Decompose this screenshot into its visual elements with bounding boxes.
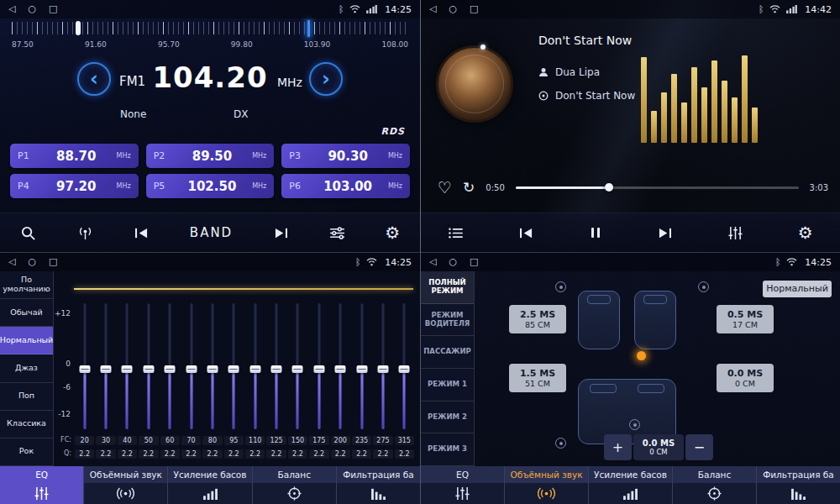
progress-bar[interactable] (516, 186, 799, 189)
eq-slider-thumb[interactable] (292, 365, 303, 373)
eq-band-slider[interactable] (394, 303, 415, 429)
mode-full[interactable]: ПОЛНЫЙ РЕЖИМ (421, 271, 474, 304)
eq-band-slider[interactable] (372, 303, 393, 429)
eq-slider-thumb[interactable] (335, 365, 346, 373)
eq-slider-thumb[interactable] (122, 365, 133, 373)
tab-bass-boost[interactable]: Усиление басов (168, 466, 252, 504)
home-icon[interactable]: ○ (449, 0, 457, 18)
tab-filter[interactable]: Фильтрация ба (337, 466, 420, 504)
band-button[interactable]: BAND (190, 225, 233, 240)
recents-icon[interactable]: □ (49, 253, 57, 271)
eq-band-slider[interactable] (95, 303, 116, 429)
eq-band-slider[interactable] (265, 303, 286, 429)
frequency-marker[interactable] (307, 20, 310, 37)
pause-button[interactable] (589, 226, 602, 239)
eq-slider-thumb[interactable] (228, 365, 239, 373)
preset-p3[interactable]: P390.30MHz (281, 144, 410, 168)
tab-eq[interactable]: EQ (0, 466, 84, 504)
back-icon[interactable]: ◁ (429, 0, 436, 18)
preset-p4[interactable]: P497.20MHz (10, 174, 139, 198)
eq-slider-thumb[interactable] (356, 365, 367, 373)
next-station-button[interactable] (273, 227, 289, 239)
broadcast-button[interactable] (76, 226, 94, 240)
back-icon[interactable]: ◁ (429, 253, 436, 271)
delay-decrease-button[interactable]: − (685, 434, 713, 460)
tune-options-button[interactable] (329, 227, 345, 239)
eq-slider-thumb[interactable] (143, 365, 154, 373)
tab-filter[interactable]: Фильтрация ба (757, 466, 840, 504)
tab-eq[interactable]: EQ (421, 466, 505, 504)
settings-button[interactable]: ⚙ (385, 224, 400, 241)
tab-balance[interactable]: Баланс (253, 466, 337, 504)
delay-increase-button[interactable]: + (604, 434, 632, 460)
delay-front-left[interactable]: 2.5 MS 85 CM (509, 305, 566, 333)
eq-preset-rock[interactable]: Рок (0, 438, 53, 466)
eq-preset-normal[interactable]: Нормальный (0, 327, 53, 354)
tab-bass-boost[interactable]: Усиление басов (589, 466, 673, 504)
eq-band-slider[interactable] (138, 303, 159, 429)
delay-rear-left[interactable]: 1.5 MS 51 CM (509, 364, 566, 392)
mode-3[interactable]: РЕЖИМ 3 (421, 433, 474, 466)
eq-slider-thumb[interactable] (399, 365, 410, 373)
previous-track-button[interactable] (518, 227, 534, 239)
favorite-button[interactable]: ♡ (438, 180, 452, 196)
eq-band-slider[interactable] (181, 303, 202, 429)
eq-preset-custom[interactable]: Обычай (0, 299, 53, 327)
previous-station-button[interactable] (134, 227, 150, 239)
eq-preset-default[interactable]: По умолчанию (0, 271, 53, 299)
equalizer-button[interactable] (727, 226, 743, 240)
home-icon[interactable]: ○ (28, 0, 36, 18)
recents-icon[interactable]: □ (49, 0, 57, 18)
eq-band-slider[interactable] (351, 303, 372, 429)
settings-button[interactable]: ⚙ (798, 224, 813, 241)
eq-slider-thumb[interactable] (377, 365, 388, 373)
scan-button[interactable] (20, 225, 36, 241)
eq-band-slider[interactable] (308, 303, 329, 429)
eq-slider-thumb[interactable] (313, 365, 324, 373)
delay-front-right[interactable]: 0.5 MS 17 CM (717, 305, 774, 333)
eq-preset-classic[interactable]: Классика (0, 411, 53, 438)
mode-2[interactable]: РЕЖИМ 2 (421, 402, 474, 434)
eq-band-slider[interactable] (160, 303, 181, 429)
mode-1[interactable]: РЕЖИМ 1 (421, 369, 474, 402)
eq-slider-thumb[interactable] (207, 365, 218, 373)
next-track-button[interactable] (657, 227, 673, 239)
progress-knob[interactable] (605, 183, 613, 192)
recents-icon[interactable]: □ (470, 253, 478, 271)
back-icon[interactable]: ◁ (8, 253, 15, 271)
surround-preset-button[interactable]: Нормальный (763, 281, 832, 297)
eq-slider-thumb[interactable] (186, 365, 197, 373)
mode-driver[interactable]: РЕЖИМ ВОДИТЕЛЯ (421, 304, 474, 337)
eq-preset-pop[interactable]: Поп (0, 383, 53, 411)
frequency-scale[interactable]: 87.50 91.60 95.70 99.80 103.90 108.00 (12, 22, 408, 54)
eq-slider-thumb[interactable] (249, 365, 260, 373)
tab-surround-sound[interactable]: Объёмный звук (505, 466, 589, 504)
eq-band-slider[interactable] (330, 303, 351, 429)
playlist-button[interactable] (448, 227, 464, 239)
recents-icon[interactable]: □ (470, 0, 478, 18)
home-icon[interactable]: ○ (28, 253, 36, 271)
back-icon[interactable]: ◁ (8, 0, 15, 18)
eq-band-slider[interactable] (244, 303, 265, 429)
eq-slider-thumb[interactable] (165, 365, 176, 373)
seek-up-button[interactable]: › (309, 62, 343, 96)
preset-p5[interactable]: P5102.50MHz (146, 174, 275, 198)
eq-slider-thumb[interactable] (79, 365, 90, 373)
tab-surround-sound[interactable]: Объёмный звук (84, 466, 168, 504)
eq-band-slider[interactable] (287, 303, 308, 429)
preset-p2[interactable]: P289.50MHz (146, 144, 275, 168)
eq-slider-thumb[interactable] (271, 365, 282, 373)
preset-p6[interactable]: P6103.00MHz (281, 174, 410, 198)
eq-band-slider[interactable] (74, 303, 95, 429)
repeat-button[interactable]: ↻ (463, 181, 475, 195)
preset-p1[interactable]: P188.70MHz (10, 144, 139, 168)
eq-slider-thumb[interactable] (101, 365, 112, 373)
home-icon[interactable]: ○ (449, 253, 457, 271)
delay-rear-right[interactable]: 0.0 MS 0 CM (717, 364, 774, 392)
eq-band-slider[interactable] (223, 303, 244, 429)
eq-preset-jazz[interactable]: Джаз (0, 354, 53, 382)
mode-passenger[interactable]: ПАССАЖИР (421, 336, 474, 369)
eq-band-slider[interactable] (202, 303, 223, 429)
eq-band-slider[interactable] (117, 303, 138, 429)
tab-balance[interactable]: Баланс (673, 466, 757, 504)
